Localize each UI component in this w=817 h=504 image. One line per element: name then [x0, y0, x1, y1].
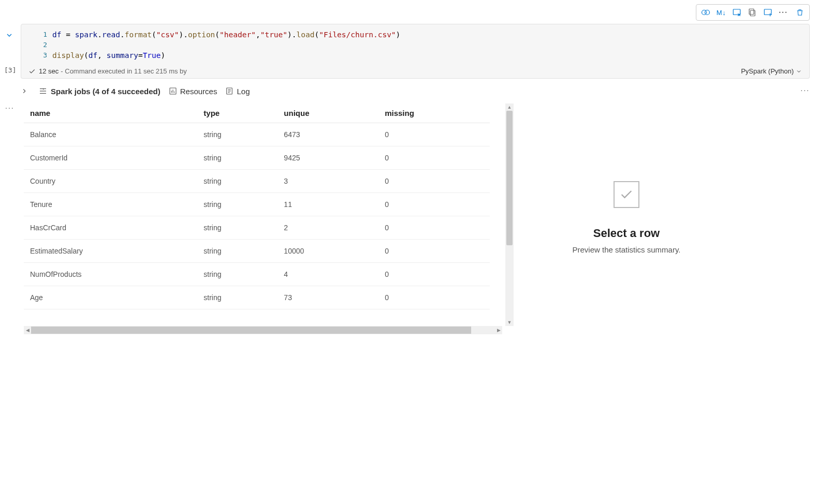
scroll-left-arrow[interactable]: ◀ [24, 328, 31, 333]
cell-unique: 6473 [278, 123, 378, 146]
add-cell-below-button[interactable] [761, 6, 775, 19]
preview-subtitle: Preview the statistics summary. [573, 245, 681, 254]
resources-tab[interactable]: Resources [169, 87, 217, 96]
cell-missing: 0 [378, 170, 490, 193]
spark-jobs-tab[interactable]: Spark jobs (4 of 4 succeeded) [38, 86, 161, 96]
line-number: 1 [32, 29, 47, 40]
expand-output-button[interactable] [21, 87, 30, 95]
cell-missing: 0 [378, 286, 490, 309]
svg-point-1 [705, 10, 710, 15]
table-row[interactable]: Countrystring30 [24, 170, 490, 193]
cell-type: string [197, 146, 278, 170]
cell-unique: 3 [278, 170, 378, 193]
preview-title: Select a row [593, 227, 660, 240]
collapse-cell-button[interactable] [5, 31, 13, 39]
cell-type: string [197, 216, 278, 240]
code-line-1: df = spark.read.format("csv").option("he… [52, 29, 400, 40]
summary-grid: name type unique missing Balancestring64… [24, 103, 514, 342]
cell-name: Balance [24, 123, 197, 146]
table-row[interactable]: EstimatedSalarystring100000 [24, 240, 490, 263]
line-number: 3 [32, 50, 47, 61]
svg-rect-5 [750, 10, 755, 16]
copy-cell-button[interactable] [745, 6, 760, 19]
table-row[interactable]: CustomerIdstring94250 [24, 146, 490, 170]
table-row[interactable]: HasCrCardstring20 [24, 216, 490, 240]
copilot-icon[interactable] [698, 6, 713, 19]
cell-missing: 0 [378, 240, 490, 263]
cell-unique: 73 [278, 286, 378, 309]
cell-name: HasCrCard [24, 216, 197, 240]
cell-missing: 0 [378, 146, 490, 170]
cell-unique: 4 [278, 263, 378, 286]
svg-rect-6 [749, 9, 754, 14]
vertical-scrollbar[interactable]: ▲ ▼ [505, 103, 514, 326]
more-actions-button[interactable]: ··· [776, 6, 791, 19]
preview-panel: Select a row Preview the statistics summ… [523, 103, 730, 331]
summary-table: name type unique missing Balancestring64… [24, 103, 490, 309]
code-line-3: display(df, summary=True) [52, 50, 165, 61]
resources-icon [169, 87, 177, 95]
table-row[interactable]: NumOfProductsstring40 [24, 263, 490, 286]
execution-detail: - Command executed in 11 sec 215 ms by [61, 67, 187, 75]
scroll-right-arrow[interactable]: ▶ [495, 328, 502, 333]
delete-cell-button[interactable] [793, 6, 807, 19]
cell-output-menu[interactable]: ··· [5, 103, 14, 112]
output-more-button[interactable]: ··· [800, 86, 810, 94]
cell-name: NumOfProducts [24, 263, 197, 286]
table-row[interactable]: Balancestring64730 [24, 123, 490, 146]
svg-marker-13 [43, 88, 44, 90]
cell-unique: 2 [278, 216, 378, 240]
cell-name: Tenure [24, 193, 197, 216]
cell-name: CustomerId [24, 146, 197, 170]
cell-type: string [197, 193, 278, 216]
col-header-name[interactable]: name [24, 103, 197, 123]
language-selector[interactable]: PySpark (Python) [741, 67, 802, 75]
spark-jobs-icon [38, 86, 48, 96]
preview-placeholder-icon [614, 181, 639, 208]
cell-type: string [197, 286, 278, 309]
line-number: 2 [32, 40, 47, 50]
cell-missing: 0 [378, 123, 490, 146]
scroll-down-arrow[interactable]: ▼ [505, 319, 514, 326]
cell-toolbar: M↓ ··· [696, 4, 810, 21]
horizontal-scrollbar[interactable]: ◀ ▶ [24, 326, 502, 334]
cell-type: string [197, 123, 278, 146]
cell-unique: 11 [278, 193, 378, 216]
success-check-icon [28, 68, 36, 75]
execution-count: [3] [4, 66, 16, 74]
scroll-up-arrow[interactable]: ▲ [505, 103, 514, 111]
horizontal-scroll-thumb[interactable] [31, 327, 471, 334]
col-header-missing[interactable]: missing [378, 103, 490, 123]
execution-time: 12 sec [39, 67, 59, 75]
convert-to-markdown-button[interactable]: M↓ [714, 6, 728, 19]
cell-missing: 0 [378, 193, 490, 216]
col-header-unique[interactable]: unique [278, 103, 378, 123]
cell-missing: 0 [378, 216, 490, 240]
cell-unique: 9425 [278, 146, 378, 170]
cell-name: Age [24, 286, 197, 309]
cell-unique: 10000 [278, 240, 378, 263]
svg-rect-2 [733, 9, 740, 15]
table-row[interactable]: Tenurestring110 [24, 193, 490, 216]
log-tab[interactable]: Log [225, 87, 250, 96]
cell-type: string [197, 263, 278, 286]
col-header-type[interactable]: type [197, 103, 278, 123]
vertical-scroll-thumb[interactable] [506, 111, 513, 245]
code-cell[interactable]: 1 df = spark.read.format("csv").option("… [21, 24, 810, 66]
table-row[interactable]: Agestring730 [24, 286, 490, 309]
execution-status-bar: 12 sec - Command executed in 11 sec 215 … [21, 64, 810, 79]
clear-output-button[interactable] [730, 6, 744, 19]
cell-type: string [197, 170, 278, 193]
cell-type: string [197, 240, 278, 263]
cell-missing: 0 [378, 263, 490, 286]
cell-name: EstimatedSalary [24, 240, 197, 263]
cell-name: Country [24, 170, 197, 193]
log-icon [225, 87, 234, 95]
output-tabs: Spark jobs (4 of 4 succeeded) Resources … [21, 84, 810, 98]
